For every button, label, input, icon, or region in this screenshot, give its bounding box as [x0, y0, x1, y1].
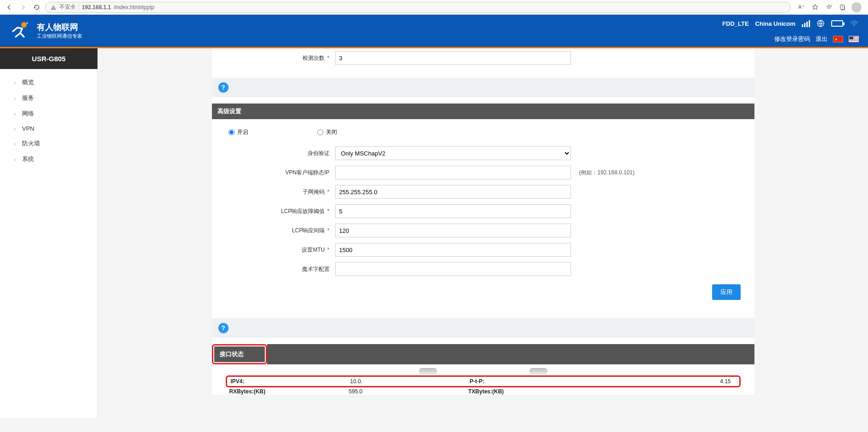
highlight-annotation: IPV4: 10.0. P-t-P: 4.15 — [226, 375, 741, 387]
mtu-label: 设置MTU * — [220, 246, 335, 254]
read-aloud-icon[interactable]: A⁺ — [796, 2, 806, 12]
sidebar-item-system[interactable]: 系统 — [0, 151, 97, 167]
rxbytes-value: 595.0 — [349, 388, 468, 395]
ptp-label: P-t-P: — [470, 378, 589, 385]
wifi-icon — [850, 20, 859, 27]
lcp-interval-label: LCP响应间隔 * — [220, 227, 335, 235]
brand-tagline: 工业物联网通信专家 — [37, 33, 82, 40]
mtu-input[interactable] — [335, 243, 571, 257]
carrier-name: China Unicom — [755, 20, 795, 27]
sidebar-item-network[interactable]: 网络 — [0, 106, 97, 121]
radio-off[interactable]: 关闭 — [317, 128, 337, 136]
svg-rect-1 — [53, 8, 53, 9]
help-bar-2: ? — [212, 318, 754, 338]
help-bar-1: ? — [212, 78, 754, 97]
collections-icon[interactable] — [838, 2, 848, 12]
change-password-link[interactable]: 修改登录密码 — [774, 35, 810, 43]
radio-off-input[interactable] — [317, 129, 323, 135]
txbytes-label: TXBytes:(KB) — [468, 388, 588, 395]
vpn-ip-input[interactable] — [335, 166, 571, 179]
brand-title: 有人物联网 — [37, 22, 82, 33]
apply-button[interactable]: 应用 — [712, 284, 741, 300]
auth-label: 身份验证 — [220, 150, 335, 157]
security-label: 不安全 — [59, 3, 76, 11]
page-header: 有人物联网 工业物联网通信专家 FDD_LTE China Unicom 修改登… — [0, 15, 868, 47]
favorite-icon[interactable] — [810, 2, 820, 12]
radio-on[interactable]: 开启 — [228, 128, 248, 136]
vpn-ip-label: VPN客户端静态IP — [220, 169, 335, 177]
profile-avatar[interactable] — [851, 2, 862, 12]
net-mode: FDD_LTE — [722, 20, 749, 27]
ptp-value: 4.15 — [589, 378, 736, 385]
magic-input[interactable] — [335, 262, 571, 276]
browser-toolbar: 不安全 192.168.1.1/index.html#pptp A⁺ — [0, 0, 868, 15]
device-icon — [419, 368, 437, 374]
rxbytes-label: RXBytes:(KB) — [229, 388, 349, 395]
globe-icon[interactable] — [817, 19, 825, 28]
txbytes-value — [588, 388, 737, 395]
device-icon — [529, 368, 548, 374]
logout-link[interactable]: 退出 — [816, 35, 828, 43]
reload-button[interactable] — [31, 2, 42, 13]
url-host: 192.168.1.1 — [82, 4, 111, 11]
magic-label: 魔术字配置 — [220, 265, 335, 273]
signal-icon — [802, 20, 810, 27]
device-name: USR-G805 — [0, 48, 97, 69]
lcp-interval-input[interactable] — [335, 224, 571, 237]
subnet-input[interactable] — [335, 185, 571, 199]
favorites-list-icon[interactable] — [824, 2, 834, 12]
status-row: IPV4: 10.0. P-t-P: 4.15 — [231, 378, 736, 385]
url-path: /index.html#pptp — [114, 4, 154, 11]
svg-rect-2 — [840, 5, 845, 9]
flag-us-icon[interactable] — [849, 36, 859, 42]
svg-point-3 — [21, 22, 27, 28]
radio-on-input[interactable] — [228, 129, 234, 135]
lcp-fail-label: LCP响应故障阈值 * — [220, 207, 335, 215]
sidebar-nav: 概览 服务 网络 VPN 防火墙 系统 — [0, 69, 97, 167]
sidebar-item-overview[interactable]: 概览 — [0, 75, 97, 90]
ipv4-label: IPV4: — [231, 378, 350, 385]
detect-count-label: 检测次数 * — [220, 54, 335, 62]
advanced-section-header: 高级设置 — [212, 104, 754, 119]
url-bar[interactable]: 不安全 192.168.1.1/index.html#pptp — [45, 2, 791, 13]
battery-icon — [831, 20, 843, 27]
lcp-fail-input[interactable] — [335, 204, 571, 218]
sidebar-item-vpn[interactable]: VPN — [0, 121, 97, 136]
iface-status-header-row: 接口状态 — [212, 344, 754, 364]
vpn-ip-hint: (例如：192.168.0.101) — [579, 169, 635, 177]
svg-point-6 — [854, 25, 855, 26]
highlight-annotation: 接口状态 — [212, 344, 267, 364]
svg-point-4 — [27, 23, 28, 24]
help-icon[interactable]: ? — [218, 323, 228, 333]
back-button[interactable] — [4, 2, 15, 13]
sidebar-item-services[interactable]: 服务 — [0, 90, 97, 106]
help-icon[interactable]: ? — [218, 82, 228, 92]
sidebar: USR-G805 概览 服务 网络 VPN 防火墙 系统 — [0, 48, 98, 418]
forward-button[interactable] — [17, 2, 29, 13]
auth-select[interactable]: Only MSChapV2 — [335, 146, 571, 160]
ipv4-value: 10.0. — [350, 378, 470, 385]
iface-status-header: 接口状态 — [214, 346, 265, 362]
detect-count-input[interactable] — [335, 51, 571, 65]
content-area: 检测次数 * ? 高级设置 开启 关闭 — [98, 48, 868, 418]
brand-logo-icon — [9, 19, 31, 41]
warning-icon — [50, 4, 57, 11]
svg-rect-0 — [53, 6, 53, 8]
status-row: RXBytes:(KB) 595.0 TXBytes:(KB) — [226, 388, 741, 395]
flag-cn-icon[interactable]: ★ — [833, 36, 843, 42]
sidebar-item-firewall[interactable]: 防火墙 — [0, 136, 97, 151]
subnet-label: 子网掩码 * — [220, 188, 335, 196]
